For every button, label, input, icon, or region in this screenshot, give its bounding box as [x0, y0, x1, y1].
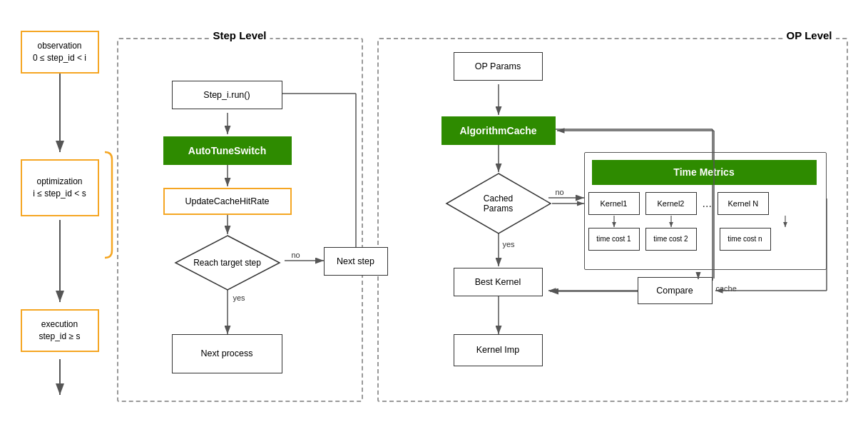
- step-level-label: Step Level: [209, 29, 270, 41]
- time-cost2-node: time cost 2: [645, 228, 697, 251]
- yes-label-step: yes: [233, 293, 245, 302]
- reach-target-diamond: Reach target step: [174, 234, 281, 291]
- op-params-node: OP Params: [454, 52, 543, 81]
- best-kernel-node: Best Kernel: [454, 268, 543, 296]
- kernel-dots: ...: [703, 197, 712, 210]
- kernel1-node: Kernel1: [588, 192, 640, 215]
- optimization-label: optimization i ≤ step_id < s: [33, 176, 86, 200]
- step-run-node: Step_i.run(): [172, 81, 282, 109]
- svg-marker-24: [446, 174, 551, 233]
- time-cost1-node: time cost 1: [588, 228, 640, 251]
- time-metrics-box: Time Metrics Kernel1 Kernel2 ... Kernel …: [584, 152, 827, 270]
- yes-label-op: yes: [503, 240, 515, 248]
- no-label-step: no: [292, 251, 300, 259]
- algorithm-cache-node: AlgorithmCache: [441, 116, 556, 145]
- compare-node: Compare: [638, 277, 713, 304]
- kerneln-node: Kernel N: [718, 192, 769, 215]
- kernel2-node: Kernel2: [645, 192, 697, 215]
- kernel-imp-node: Kernel Imp: [454, 334, 543, 366]
- execution-label: execution step_id ≥ s: [39, 318, 81, 343]
- next-step-node: Next step: [324, 247, 388, 276]
- cached-params-diamond: CachedParams: [445, 172, 552, 235]
- no-label-op: no: [556, 188, 564, 196]
- op-level-label: OP Level: [783, 29, 836, 41]
- next-process-node: Next process: [172, 334, 282, 373]
- time-costn-node: time cost n: [720, 228, 771, 251]
- cache-label-op: cache: [716, 284, 737, 293]
- diagram: observation 0 ≤ step_id < i optimization…: [14, 9, 855, 423]
- svg-marker-23: [175, 236, 280, 290]
- time-metrics-header: Time Metrics: [592, 160, 817, 185]
- auto-tune-switch-node: AutoTuneSwitch: [163, 136, 292, 165]
- update-cache-node: UpdateCacheHitRate: [163, 188, 292, 215]
- observation-label: observation 0 ≤ step_id < i: [33, 40, 86, 64]
